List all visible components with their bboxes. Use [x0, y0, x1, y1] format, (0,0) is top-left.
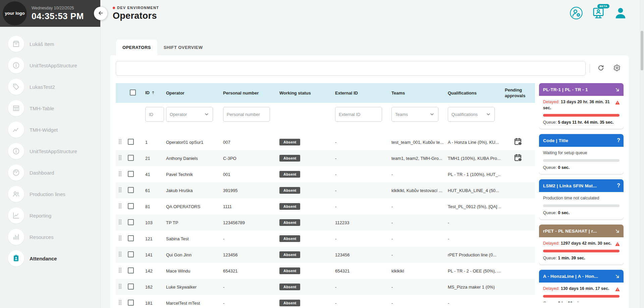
card-progress-bar [543, 114, 620, 117]
tab-operators[interactable]: OPERATORS [116, 40, 157, 55]
table-icon [8, 100, 24, 116]
table-row[interactable]: 121Sabina Test-Absent--- [116, 231, 535, 247]
cell-working-status: Absent [275, 214, 331, 231]
cell-working-status: Absent [275, 231, 331, 247]
row-checkbox[interactable] [128, 284, 134, 290]
row-checkbox[interactable] [128, 251, 134, 257]
select-all-checkbox[interactable] [130, 89, 136, 96]
sidebar-item-tmh-widget[interactable]: TMH-Widget [8, 122, 100, 138]
table-row[interactable]: 103TP TP123456789Absent112233-- [116, 214, 535, 231]
page-scrollbar[interactable] [640, 0, 644, 308]
table-row[interactable]: 181MarcelTest mTest-Absent--- [116, 295, 535, 308]
sidebar-item-tmh-table[interactable]: TMH-Table [8, 100, 100, 116]
production-line-card[interactable]: Code | Title?Waiting for setup queueQueu… [539, 134, 624, 174]
cell-external-id: - [331, 182, 387, 198]
production-line-card[interactable]: LSM2 | Linka SFIN Mat...?Production time… [539, 179, 624, 219]
drag-handle-icon[interactable] [118, 139, 122, 144]
filter-qualifications-select[interactable]: Qualifications [448, 107, 495, 122]
row-checkbox[interactable] [128, 155, 134, 161]
sidebar-item-attendance[interactable]: Attendance [8, 250, 100, 266]
filter-personal-number-input[interactable] [223, 107, 270, 122]
column-header-operator[interactable]: Operator [162, 83, 219, 103]
cell-personal-number: - [219, 279, 275, 295]
cell-qualifications: - [444, 231, 501, 247]
filter-teams-select[interactable]: Teams [391, 107, 438, 122]
row-checkbox[interactable] [128, 203, 134, 209]
table-row[interactable]: 1Operator01 opSur1007Absent-test_team_00… [116, 134, 535, 150]
sidebar-item-reporting[interactable]: Reporting [8, 207, 100, 224]
search-input[interactable] [116, 61, 586, 76]
filter-id-input[interactable] [145, 107, 164, 122]
tab-shift-overview[interactable]: SHIFT OVERVIEW [157, 40, 209, 55]
drag-handle-icon[interactable] [118, 171, 122, 177]
table-row[interactable]: 41Pavel Technik001Absent--PL - TR - 1 (1… [116, 166, 535, 182]
table-row[interactable]: 81QA OPERATORS1111Absent--Test_PL_0912 (… [116, 198, 535, 214]
drag-handle-icon[interactable] [118, 203, 122, 209]
table-row[interactable]: 142Mace Windu654321Absent654321klklklklP… [116, 263, 535, 279]
row-checkbox[interactable] [128, 267, 134, 273]
cell-qualifications: rPET Production line (0... [444, 247, 501, 263]
table-row[interactable]: 162Luke Skywalker-Absent--MS_Pizza maker… [116, 279, 535, 295]
row-checkbox[interactable] [128, 219, 134, 225]
filter-operator-select[interactable]: Operator [166, 107, 213, 122]
drag-handle-icon[interactable] [118, 267, 122, 273]
column-header-external-id[interactable]: External ID [331, 83, 387, 103]
drag-handle-icon[interactable] [118, 251, 122, 257]
sidebar-item-production-lines[interactable]: Production lines [8, 186, 100, 202]
drag-handle-icon[interactable] [118, 187, 122, 193]
date-label: Wednesday 10/22/2025 [32, 6, 84, 10]
cell-id: 121 [141, 231, 162, 247]
question-icon[interactable]: ? [617, 183, 620, 189]
cell-id: 81 [141, 198, 162, 214]
card-title: A - HonzaLine | A - Hon... [543, 274, 598, 279]
production-line-card[interactable]: A - HonzaLine | A - Hon...Delayed: 130 d… [539, 270, 624, 302]
cell-teams: - [387, 247, 444, 263]
row-checkbox[interactable] [128, 139, 134, 145]
drag-handle-icon[interactable] [118, 300, 122, 305]
sidebar-item-luk-item[interactable]: Lukáš Item [8, 36, 100, 52]
drag-handle-icon[interactable] [118, 219, 122, 225]
production-line-card[interactable]: rPET - PL NESAHAT | r...Delayed: 1297 da… [539, 225, 624, 264]
operators-admin-button[interactable] [569, 6, 584, 21]
row-checkbox[interactable] [128, 171, 134, 177]
table-row[interactable]: 141Qui Gon Jinn123456Absent123456-rPET P… [116, 247, 535, 263]
question-icon[interactable]: ? [617, 137, 620, 143]
filter-external-id-input[interactable] [335, 107, 382, 122]
row-checkbox[interactable] [128, 300, 134, 306]
drag-handle-icon[interactable] [118, 284, 122, 289]
environment-label: DEV ENVIRONMENT [113, 6, 159, 10]
column-header-qualifications[interactable]: Qualifications [444, 83, 501, 103]
sidebar-item-resources[interactable]: Resources [8, 229, 100, 245]
sidebar-collapse-button[interactable] [94, 7, 107, 20]
kiosk-button[interactable]: BETA [591, 6, 606, 21]
column-header-teams[interactable]: Teams [387, 83, 444, 103]
row-checkbox[interactable] [128, 187, 134, 193]
table-row[interactable]: 61Jakub Hruška391995Absent-klklklkl, Kub… [116, 182, 535, 198]
calendar-alert-icon[interactable] [514, 137, 522, 146]
sidebar-item-dashboard[interactable]: Dashboard [8, 165, 100, 181]
arrow-down-right-icon[interactable] [614, 87, 620, 93]
column-header-working-status[interactable]: Working status [275, 83, 331, 103]
drag-handle-icon[interactable] [118, 155, 122, 161]
table-settings-button[interactable] [610, 62, 624, 75]
profile-button[interactable] [613, 6, 628, 21]
sidebar-item-unittestappstructure[interactable]: UnitTestAppStructure [8, 57, 100, 73]
refresh-button[interactable] [594, 62, 607, 75]
scrollbar-thumb[interactable] [641, 31, 643, 70]
column-header-personal-number[interactable]: Personal number [219, 83, 275, 103]
column-header-id[interactable]: ID [141, 83, 162, 103]
cell-external-id: - [331, 166, 387, 182]
calendar-alert-icon[interactable] [514, 153, 522, 162]
column-header-pending-approvals[interactable]: Pending approvals [501, 83, 535, 103]
production-line-card[interactable]: PL-TR-1 | PL - TR - 1Delayed: 13 days 20… [539, 83, 624, 129]
arrow-down-right-icon[interactable] [614, 273, 620, 279]
drag-handle-icon[interactable] [118, 235, 122, 241]
sidebar-item-lukastest2[interactable]: LukasTest2 [8, 79, 100, 95]
arrow-down-right-icon[interactable] [614, 228, 620, 234]
operators-table: IDOperatorPersonal numberWorking statusE… [116, 83, 535, 302]
card-queue: Queue: 0 sec. [543, 165, 620, 170]
sidebar-item-unittestappstructure[interactable]: UnitTestAppStructure [8, 143, 100, 159]
cell-qualifications: A - Honza Line (0%), KU... [444, 134, 501, 150]
row-checkbox[interactable] [128, 235, 134, 241]
table-row[interactable]: 21Anthony DanielsC-3POAbsent-team1, team… [116, 150, 535, 166]
